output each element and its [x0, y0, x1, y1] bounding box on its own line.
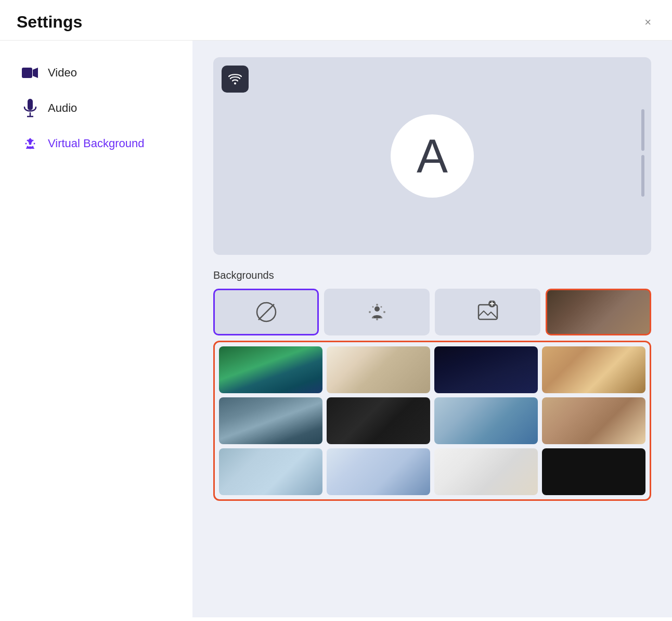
bg-thumbnail-dark-texture[interactable]: [542, 448, 645, 495]
svg-point-14: [28, 139, 32, 143]
sidebar-video-label: Video: [48, 66, 77, 80]
avatar: A: [391, 114, 474, 198]
blur-bg-icon: [366, 301, 389, 324]
svg-point-19: [369, 311, 371, 313]
scrollbar-bottom: [641, 155, 644, 197]
bg-add-option[interactable]: [435, 289, 540, 335]
bg-thumbnail-dark-room[interactable]: [327, 397, 430, 444]
thumbnails-group: [213, 341, 651, 501]
no-bg-icon: [255, 301, 278, 324]
svg-point-21: [372, 306, 373, 308]
main-panel: A Backgrounds: [192, 41, 672, 617]
settings-header: Settings ×: [0, 0, 672, 41]
wifi-badge: [222, 66, 249, 93]
bg-thumbnail-bright-room[interactable]: [434, 448, 538, 495]
virtual-background-icon: [21, 134, 40, 153]
backgrounds-label: Backgrounds: [213, 269, 651, 281]
controls-row: [213, 289, 651, 335]
sidebar-item-video[interactable]: Video: [12, 57, 180, 88]
sidebar-item-audio[interactable]: Audio: [12, 93, 180, 124]
svg-point-20: [383, 311, 385, 313]
svg-marker-1: [33, 68, 38, 78]
settings-content: Video Audio: [0, 41, 672, 617]
svg-point-6: [25, 143, 27, 145]
bg-thumbnail-cozy-interior[interactable]: [542, 397, 645, 444]
sidebar-virtual-bg-label: Virtual Background: [48, 137, 145, 150]
close-button[interactable]: ×: [640, 15, 655, 30]
svg-line-17: [259, 304, 274, 320]
svg-point-24: [380, 317, 382, 318]
svg-point-25: [376, 304, 378, 306]
svg-rect-27: [479, 305, 497, 319]
svg-rect-0: [22, 68, 32, 78]
svg-point-18: [374, 306, 380, 312]
video-icon: [21, 63, 40, 82]
bg-thumbnail-dark-sky[interactable]: [434, 346, 538, 393]
sidebar: Video Audio: [0, 41, 192, 617]
backgrounds-section: Backgrounds: [213, 269, 651, 501]
svg-point-15: [234, 83, 236, 85]
thumbnails-grid: [219, 346, 645, 495]
svg-rect-2: [28, 99, 33, 110]
bg-thumbnail-lake[interactable]: [219, 346, 322, 393]
avatar-letter: A: [417, 133, 448, 179]
bg-thumbnail-blue-interior[interactable]: [327, 448, 430, 495]
video-preview: A: [213, 57, 651, 255]
bg-room-thumb[interactable]: [546, 289, 651, 335]
svg-point-23: [372, 317, 373, 318]
preview-scrollbar[interactable]: [641, 109, 645, 203]
scrollbar-top: [641, 109, 644, 151]
bg-thumbnail-kitchen[interactable]: [327, 346, 430, 393]
bg-thumbnail-glass-room[interactable]: [219, 448, 322, 495]
add-bg-icon: [476, 301, 499, 324]
settings-dialog: Settings × Video: [0, 0, 672, 621]
sidebar-audio-label: Audio: [48, 101, 77, 115]
bg-thumbnail-terrace[interactable]: [542, 346, 645, 393]
bg-none-option[interactable]: [213, 289, 319, 335]
bg-thumbnail-blue-wave[interactable]: [434, 397, 538, 444]
sidebar-item-virtual-background[interactable]: Virtual Background: [12, 128, 180, 159]
bg-thumbnail-mountain-lake[interactable]: [219, 397, 322, 444]
settings-title: Settings: [17, 12, 82, 32]
svg-point-26: [376, 318, 378, 320]
bg-blur-option[interactable]: [324, 289, 430, 335]
svg-point-22: [380, 306, 382, 308]
svg-point-7: [34, 143, 35, 145]
audio-icon: [21, 99, 40, 118]
